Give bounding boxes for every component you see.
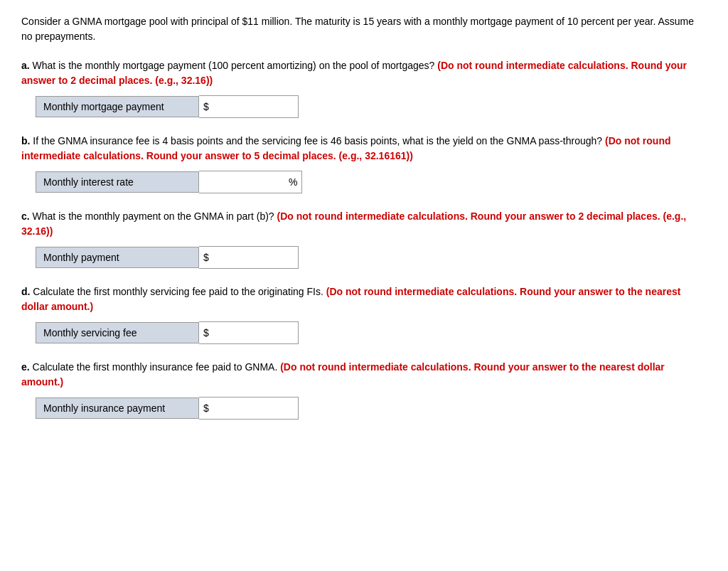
- answer-input-a[interactable]: [213, 95, 299, 118]
- question-label-c: c. What is the monthly payment on the GN…: [21, 209, 707, 239]
- question-label-a: a. What is the monthly mortgage payment …: [21, 58, 707, 88]
- question-label-d: d. Calculate the first monthly servicing…: [21, 284, 707, 314]
- question-prefix-c: c.: [21, 210, 33, 222]
- question-prefix-a: a.: [21, 60, 33, 71]
- question-prefix-d: d.: [21, 286, 33, 297]
- input-row-e: Monthly insurance payment$: [36, 397, 707, 420]
- question-block-c: c. What is the monthly payment on the GN…: [21, 209, 707, 269]
- input-row-a: Monthly mortgage payment$: [36, 95, 707, 118]
- question-block-d: d. Calculate the first monthly servicing…: [21, 284, 707, 344]
- input-label-b: Monthly interest rate: [36, 171, 199, 193]
- question-label-b: b. If the GNMA insurance fee is 4 basis …: [21, 134, 707, 164]
- input-label-a: Monthly mortgage payment: [36, 96, 199, 117]
- input-label-c: Monthly payment: [36, 247, 199, 268]
- question-instruction-a: (Do not round intermediate calculations.…: [21, 60, 687, 86]
- question-block-e: e. Calculate the first monthly insurance…: [21, 360, 707, 420]
- question-instruction-e: (Do not round intermediate calculations.…: [21, 361, 665, 388]
- question-prefix-e: e.: [21, 361, 33, 373]
- input-label-e: Monthly insurance payment: [36, 397, 199, 419]
- answer-input-d[interactable]: [213, 321, 299, 344]
- question-instruction-c: (Do not round intermediate calculations.…: [21, 210, 686, 237]
- question-block-a: a. What is the monthly mortgage payment …: [21, 58, 707, 118]
- question-block-b: b. If the GNMA insurance fee is 4 basis …: [21, 134, 707, 193]
- question-instruction-d: (Do not round intermediate calculations.…: [21, 286, 680, 312]
- question-instruction-b: (Do not round intermediate calculations.…: [21, 135, 671, 161]
- answer-input-e[interactable]: [213, 397, 299, 420]
- dollar-symbol-d: $: [199, 321, 213, 344]
- answer-input-c[interactable]: [213, 246, 299, 269]
- question-label-e: e. Calculate the first monthly insurance…: [21, 360, 707, 390]
- dollar-symbol-c: $: [199, 246, 213, 269]
- dollar-symbol-e: $: [199, 397, 213, 420]
- input-label-d: Monthly servicing fee: [36, 322, 199, 343]
- input-row-d: Monthly servicing fee$: [36, 321, 707, 344]
- answer-input-b[interactable]: [199, 171, 284, 193]
- question-prefix-b: b.: [21, 135, 33, 146]
- input-row-c: Monthly payment$: [36, 246, 707, 269]
- dollar-symbol-a: $: [199, 95, 213, 118]
- intro-text: Consider a GNMA mortgage pool with princ…: [21, 14, 707, 44]
- percent-symbol-b: %: [284, 171, 302, 193]
- input-row-b: Monthly interest rate%: [36, 171, 707, 193]
